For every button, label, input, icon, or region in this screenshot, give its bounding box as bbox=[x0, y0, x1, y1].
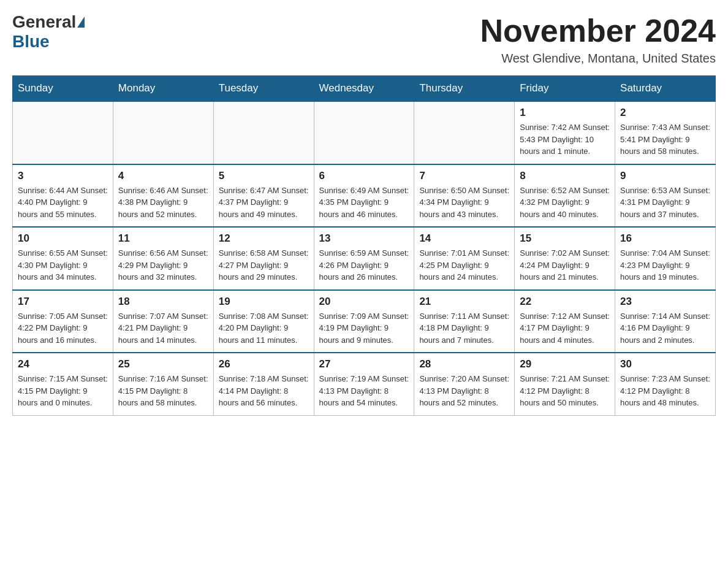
calendar-cell: 11Sunrise: 6:56 AM Sunset: 4:29 PM Dayli… bbox=[113, 227, 213, 290]
day-header-saturday: Saturday bbox=[615, 76, 716, 102]
day-number: 29 bbox=[520, 358, 610, 370]
week-row-1: 1Sunrise: 7:42 AM Sunset: 5:43 PM Daylig… bbox=[13, 101, 716, 164]
day-number: 1 bbox=[520, 107, 610, 119]
logo-triangle-icon bbox=[77, 17, 85, 28]
day-number: 30 bbox=[620, 358, 710, 370]
calendar-cell: 29Sunrise: 7:21 AM Sunset: 4:12 PM Dayli… bbox=[515, 353, 615, 415]
logo: General Blue bbox=[12, 12, 86, 52]
day-number: 14 bbox=[419, 232, 509, 245]
day-number: 28 bbox=[419, 358, 509, 370]
day-info: Sunrise: 6:49 AM Sunset: 4:35 PM Dayligh… bbox=[319, 185, 409, 221]
day-number: 16 bbox=[620, 232, 710, 245]
day-info: Sunrise: 7:20 AM Sunset: 4:13 PM Dayligh… bbox=[419, 373, 509, 409]
calendar-cell bbox=[113, 101, 213, 164]
day-info: Sunrise: 7:05 AM Sunset: 4:22 PM Dayligh… bbox=[18, 310, 108, 347]
day-number: 27 bbox=[319, 358, 409, 370]
calendar-cell: 21Sunrise: 7:11 AM Sunset: 4:18 PM Dayli… bbox=[414, 290, 515, 353]
day-header-thursday: Thursday bbox=[414, 76, 515, 102]
day-number: 10 bbox=[18, 232, 108, 245]
calendar-cell: 24Sunrise: 7:15 AM Sunset: 4:15 PM Dayli… bbox=[13, 353, 113, 415]
day-number: 18 bbox=[118, 296, 208, 308]
calendar-cell bbox=[414, 101, 515, 164]
week-row-5: 24Sunrise: 7:15 AM Sunset: 4:15 PM Dayli… bbox=[13, 353, 716, 415]
day-info: Sunrise: 6:52 AM Sunset: 4:32 PM Dayligh… bbox=[520, 185, 610, 221]
day-info: Sunrise: 7:23 AM Sunset: 4:12 PM Dayligh… bbox=[620, 373, 710, 409]
calendar-cell: 30Sunrise: 7:23 AM Sunset: 4:12 PM Dayli… bbox=[615, 353, 716, 415]
day-number: 25 bbox=[118, 358, 208, 370]
calendar-cell: 12Sunrise: 6:58 AM Sunset: 4:27 PM Dayli… bbox=[213, 227, 314, 290]
day-info: Sunrise: 7:04 AM Sunset: 4:23 PM Dayligh… bbox=[620, 247, 710, 283]
calendar-cell: 28Sunrise: 7:20 AM Sunset: 4:13 PM Dayli… bbox=[414, 353, 515, 415]
day-number: 23 bbox=[620, 296, 710, 308]
day-info: Sunrise: 7:07 AM Sunset: 4:21 PM Dayligh… bbox=[118, 310, 208, 347]
day-info: Sunrise: 7:19 AM Sunset: 4:13 PM Dayligh… bbox=[319, 373, 409, 409]
day-info: Sunrise: 7:08 AM Sunset: 4:20 PM Dayligh… bbox=[219, 310, 309, 347]
calendar-cell: 13Sunrise: 6:59 AM Sunset: 4:26 PM Dayli… bbox=[314, 227, 414, 290]
calendar-cell: 6Sunrise: 6:49 AM Sunset: 4:35 PM Daylig… bbox=[314, 164, 414, 228]
day-info: Sunrise: 7:18 AM Sunset: 4:14 PM Dayligh… bbox=[219, 373, 309, 409]
day-number: 19 bbox=[219, 296, 309, 308]
day-number: 8 bbox=[520, 170, 610, 182]
day-number: 11 bbox=[118, 232, 208, 245]
calendar-cell: 16Sunrise: 7:04 AM Sunset: 4:23 PM Dayli… bbox=[615, 227, 716, 290]
calendar-cell: 25Sunrise: 7:16 AM Sunset: 4:15 PM Dayli… bbox=[113, 353, 213, 415]
day-header-sunday: Sunday bbox=[13, 76, 113, 102]
calendar-cell: 2Sunrise: 7:43 AM Sunset: 5:41 PM Daylig… bbox=[615, 101, 716, 164]
day-header-tuesday: Tuesday bbox=[213, 76, 314, 102]
day-number: 15 bbox=[520, 232, 610, 245]
day-number: 7 bbox=[419, 170, 509, 182]
day-number: 2 bbox=[620, 107, 710, 119]
day-info: Sunrise: 6:56 AM Sunset: 4:29 PM Dayligh… bbox=[118, 247, 208, 283]
calendar-cell: 3Sunrise: 6:44 AM Sunset: 4:40 PM Daylig… bbox=[13, 164, 113, 228]
calendar-cell: 1Sunrise: 7:42 AM Sunset: 5:43 PM Daylig… bbox=[515, 101, 615, 164]
day-number: 13 bbox=[319, 232, 409, 245]
month-title: November 2024 bbox=[480, 12, 716, 49]
calendar-cell: 8Sunrise: 6:52 AM Sunset: 4:32 PM Daylig… bbox=[515, 164, 615, 228]
calendar-cell: 18Sunrise: 7:07 AM Sunset: 4:21 PM Dayli… bbox=[113, 290, 213, 353]
week-row-2: 3Sunrise: 6:44 AM Sunset: 4:40 PM Daylig… bbox=[13, 164, 716, 228]
day-info: Sunrise: 7:02 AM Sunset: 4:24 PM Dayligh… bbox=[520, 247, 610, 283]
day-info: Sunrise: 6:58 AM Sunset: 4:27 PM Dayligh… bbox=[219, 247, 309, 283]
day-info: Sunrise: 6:53 AM Sunset: 4:31 PM Dayligh… bbox=[620, 185, 710, 221]
title-area: November 2024 West Glendive, Montana, Un… bbox=[480, 12, 716, 66]
logo-general: General bbox=[12, 12, 76, 32]
calendar-cell: 14Sunrise: 7:01 AM Sunset: 4:25 PM Dayli… bbox=[414, 227, 515, 290]
day-info: Sunrise: 7:16 AM Sunset: 4:15 PM Dayligh… bbox=[118, 373, 208, 409]
day-number: 22 bbox=[520, 296, 610, 308]
day-header-wednesday: Wednesday bbox=[314, 76, 414, 102]
day-number: 12 bbox=[219, 232, 309, 245]
calendar-cell: 22Sunrise: 7:12 AM Sunset: 4:17 PM Dayli… bbox=[515, 290, 615, 353]
day-number: 24 bbox=[18, 358, 108, 370]
calendar-cell: 27Sunrise: 7:19 AM Sunset: 4:13 PM Dayli… bbox=[314, 353, 414, 415]
calendar-cell: 19Sunrise: 7:08 AM Sunset: 4:20 PM Dayli… bbox=[213, 290, 314, 353]
calendar-cell: 15Sunrise: 7:02 AM Sunset: 4:24 PM Dayli… bbox=[515, 227, 615, 290]
day-header-monday: Monday bbox=[113, 76, 213, 102]
calendar-cell: 5Sunrise: 6:47 AM Sunset: 4:37 PM Daylig… bbox=[213, 164, 314, 228]
calendar-cell: 26Sunrise: 7:18 AM Sunset: 4:14 PM Dayli… bbox=[213, 353, 314, 415]
day-info: Sunrise: 6:59 AM Sunset: 4:26 PM Dayligh… bbox=[319, 247, 409, 283]
day-number: 4 bbox=[118, 170, 208, 182]
day-info: Sunrise: 6:55 AM Sunset: 4:30 PM Dayligh… bbox=[18, 247, 108, 283]
week-row-3: 10Sunrise: 6:55 AM Sunset: 4:30 PM Dayli… bbox=[13, 227, 716, 290]
day-number: 9 bbox=[620, 170, 710, 182]
calendar-cell: 17Sunrise: 7:05 AM Sunset: 4:22 PM Dayli… bbox=[13, 290, 113, 353]
day-info: Sunrise: 6:46 AM Sunset: 4:38 PM Dayligh… bbox=[118, 185, 208, 221]
calendar-cell: 20Sunrise: 7:09 AM Sunset: 4:19 PM Dayli… bbox=[314, 290, 414, 353]
logo-blue: Blue bbox=[12, 32, 50, 52]
day-info: Sunrise: 7:43 AM Sunset: 5:41 PM Dayligh… bbox=[620, 121, 710, 158]
day-number: 21 bbox=[419, 296, 509, 308]
day-info: Sunrise: 6:47 AM Sunset: 4:37 PM Dayligh… bbox=[219, 185, 309, 221]
day-header-friday: Friday bbox=[515, 76, 615, 102]
week-row-4: 17Sunrise: 7:05 AM Sunset: 4:22 PM Dayli… bbox=[13, 290, 716, 353]
day-info: Sunrise: 7:14 AM Sunset: 4:16 PM Dayligh… bbox=[620, 310, 710, 347]
day-info: Sunrise: 7:42 AM Sunset: 5:43 PM Dayligh… bbox=[520, 121, 610, 158]
day-info: Sunrise: 7:15 AM Sunset: 4:15 PM Dayligh… bbox=[18, 373, 108, 409]
logo-text: General bbox=[12, 12, 86, 32]
calendar-cell: 9Sunrise: 6:53 AM Sunset: 4:31 PM Daylig… bbox=[615, 164, 716, 228]
day-number: 17 bbox=[18, 296, 108, 308]
calendar-cell: 4Sunrise: 6:46 AM Sunset: 4:38 PM Daylig… bbox=[113, 164, 213, 228]
day-info: Sunrise: 7:21 AM Sunset: 4:12 PM Dayligh… bbox=[520, 373, 610, 409]
day-number: 3 bbox=[18, 170, 108, 182]
day-info: Sunrise: 7:01 AM Sunset: 4:25 PM Dayligh… bbox=[419, 247, 509, 283]
calendar-table: SundayMondayTuesdayWednesdayThursdayFrid… bbox=[12, 75, 716, 416]
